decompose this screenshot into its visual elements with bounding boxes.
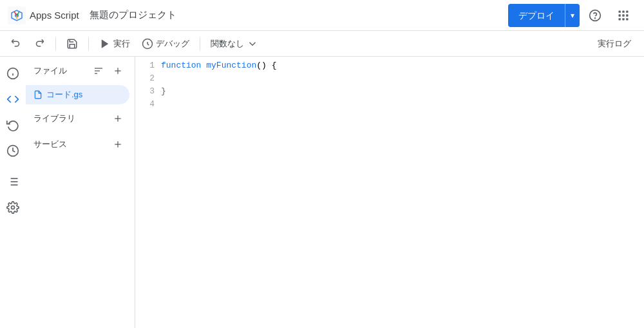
toolbar-divider-2 — [88, 37, 89, 50]
app-title: Apps Script — [30, 10, 79, 21]
add-file-button[interactable] — [109, 62, 127, 80]
header: Apps Script 無題のプロジェクト デプロイ ▾ — [0, 0, 644, 31]
line-number-1: 1 — [135, 59, 155, 72]
clock-icon — [6, 144, 19, 157]
apps-script-logo — [8, 6, 26, 24]
deploy-label: デプロイ — [508, 4, 565, 27]
toolbar-divider-3 — [200, 37, 200, 50]
svg-rect-6 — [626, 10, 628, 12]
svg-rect-7 — [619, 14, 621, 16]
line-number-3: 3 — [135, 85, 155, 98]
sort-files-button[interactable] — [90, 62, 108, 80]
svg-point-24 — [12, 206, 15, 209]
svg-marker-13 — [102, 39, 109, 48]
svg-rect-12 — [626, 18, 628, 20]
apps-grid-icon — [617, 9, 630, 22]
apps-button[interactable] — [611, 3, 636, 28]
file-panel-header-icons — [90, 62, 127, 80]
file-panel-header: ファイル — [26, 57, 135, 85]
file-panel-title: ファイル — [33, 65, 67, 77]
code-icon — [6, 93, 19, 106]
plus-icon — [113, 66, 123, 76]
run-button[interactable]: 実行 — [94, 34, 135, 54]
debug-icon — [142, 38, 153, 50]
closing-brace: } — [161, 85, 166, 98]
svg-rect-11 — [622, 18, 624, 20]
toolbar: 実行 デバッグ 関数なし 実行ログ — [0, 31, 644, 57]
deploy-arrow-icon: ▾ — [565, 4, 580, 27]
history-icon — [6, 119, 19, 131]
list-icon — [6, 175, 19, 188]
undo-button[interactable] — [5, 34, 27, 54]
svg-rect-5 — [622, 10, 624, 12]
run-icon — [99, 38, 111, 50]
redo-button[interactable] — [28, 34, 50, 54]
sidebar-list-button[interactable] — [1, 170, 24, 193]
help-button[interactable] — [582, 3, 608, 28]
sidebar-clock-button[interactable] — [1, 139, 24, 162]
line-numbers: 1 2 3 4 — [135, 57, 161, 328]
svg-rect-9 — [626, 14, 628, 16]
run-label: 実行 — [113, 38, 130, 50]
project-title: 無題のプロジェクト — [90, 9, 176, 21]
debug-label: デバッグ — [156, 38, 189, 50]
function-selector[interactable]: 関数なし — [205, 34, 263, 54]
libraries-label: ライブラリ — [33, 113, 75, 124]
sidebar-settings-button[interactable] — [1, 196, 24, 219]
svg-point-3 — [595, 17, 596, 18]
sidebar-code-button[interactable] — [1, 88, 24, 111]
services-header: サービス — [26, 130, 135, 156]
code-content[interactable]: function myFunction () { } — [161, 57, 644, 328]
save-icon — [66, 38, 78, 50]
code-editor[interactable]: 1 2 3 4 function myFunction () { } — [135, 57, 644, 328]
save-button[interactable] — [61, 34, 83, 54]
add-service-button[interactable] — [109, 135, 127, 153]
code-line-3: } — [161, 85, 644, 98]
redo-icon — [33, 38, 45, 50]
svg-rect-10 — [619, 18, 621, 20]
keyword-function: function — [161, 59, 201, 72]
sidebar-info-button[interactable] — [1, 62, 24, 85]
code-line-1: function myFunction () { — [161, 59, 644, 72]
function-name: myFunction — [206, 59, 256, 72]
sidebar-history-button[interactable] — [1, 113, 24, 137]
line-number-4: 4 — [135, 98, 155, 111]
line-number-2: 2 — [135, 72, 155, 85]
toolbar-divider-1 — [55, 37, 56, 50]
libraries-header: ライブラリ — [26, 104, 135, 130]
info-icon — [6, 67, 19, 80]
code-line-4 — [161, 98, 644, 111]
main-area: ファイル — [0, 57, 644, 328]
undo-icon — [10, 38, 22, 50]
logo: Apps Script — [8, 6, 90, 24]
add-library-button[interactable] — [109, 110, 127, 128]
debug-button[interactable]: デバッグ — [137, 34, 194, 54]
sidebar-icons — [0, 57, 26, 328]
sort-icon — [93, 66, 104, 76]
file-icon — [33, 90, 43, 99]
services-label: サービス — [33, 139, 67, 150]
function-label: 関数なし — [211, 38, 244, 50]
settings-icon — [6, 201, 19, 214]
exec-log-label: 実行ログ — [598, 38, 631, 50]
toolbar-history — [5, 34, 50, 54]
plus-library-icon — [113, 113, 123, 124]
file-name: コード.gs — [46, 89, 82, 101]
help-icon — [589, 9, 601, 22]
code-line-2 — [161, 72, 644, 85]
exec-log-button[interactable]: 実行ログ — [590, 34, 639, 54]
svg-rect-4 — [619, 10, 621, 12]
deploy-button[interactable]: デプロイ ▾ — [508, 4, 580, 27]
svg-rect-8 — [622, 14, 624, 16]
file-item-code-gs[interactable]: コード.gs — [26, 85, 129, 104]
plus-service-icon — [113, 139, 123, 150]
file-panel: ファイル — [26, 57, 135, 328]
chevron-down-icon — [247, 38, 258, 50]
